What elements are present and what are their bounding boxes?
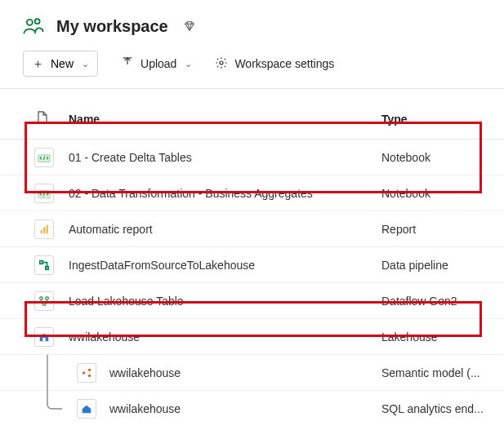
column-header-type[interactable]: Type bbox=[381, 113, 504, 126]
chevron-down-icon: ⌄ bbox=[185, 59, 192, 69]
svg-point-16 bbox=[87, 374, 91, 377]
workspace-title: My workspace bbox=[56, 17, 168, 36]
upload-button[interactable]: Upload ⌄ bbox=[121, 56, 192, 72]
column-header-artifact-icon bbox=[0, 111, 69, 126]
lakehouse-icon bbox=[34, 327, 54, 347]
item-name: wwilakehouse bbox=[109, 402, 381, 415]
svg-rect-7 bbox=[47, 224, 48, 233]
table-row[interactable]: IngestDataFromSourceToLakehouse Data pip… bbox=[0, 247, 504, 283]
gear-icon bbox=[215, 56, 228, 72]
svg-point-1 bbox=[35, 19, 40, 24]
item-name: wwilakehouse bbox=[109, 366, 381, 379]
upload-icon bbox=[121, 56, 134, 72]
table-row[interactable]: 02 - Data Transformation - Business Aggr… bbox=[0, 175, 504, 211]
item-name: wwilakehouse bbox=[69, 330, 381, 344]
premium-diamond-icon bbox=[183, 20, 196, 33]
svg-rect-13 bbox=[42, 337, 46, 340]
column-header-name[interactable]: Name bbox=[69, 113, 381, 126]
table-row[interactable]: Load Lakehouse Table Dataflow Gen2 bbox=[0, 283, 504, 319]
item-name: IngestDataFromSourceToLakehouse bbox=[69, 259, 381, 272]
svg-point-0 bbox=[27, 20, 33, 25]
item-name: Load Lakehouse Table bbox=[69, 295, 381, 308]
svg-rect-5 bbox=[41, 229, 42, 233]
item-type: Semantic model (... bbox=[381, 366, 504, 379]
svg-point-11 bbox=[46, 296, 49, 299]
table-row[interactable]: wwilakehouse Lakehouse bbox=[0, 319, 504, 355]
new-button-label: New bbox=[51, 57, 74, 70]
new-button[interactable]: ＋ New ⌄ bbox=[23, 51, 98, 77]
svg-point-14 bbox=[82, 371, 85, 375]
upload-label: Upload bbox=[140, 57, 176, 70]
report-icon bbox=[34, 219, 54, 239]
notebook-icon bbox=[34, 184, 54, 203]
svg-rect-8 bbox=[40, 260, 43, 264]
table-row[interactable]: wwilakehouse SQL analytics end... bbox=[0, 391, 504, 427]
dataflow-icon bbox=[34, 291, 54, 311]
item-type: SQL analytics end... bbox=[381, 402, 504, 415]
workspace-people-icon bbox=[22, 15, 45, 38]
item-name: 01 - Create Delta Tables bbox=[69, 151, 381, 164]
svg-point-2 bbox=[220, 61, 223, 64]
plus-icon: ＋ bbox=[32, 56, 44, 72]
table-row[interactable]: wwilakehouse Semantic model (... bbox=[0, 355, 504, 391]
table-row[interactable]: Automatic report Report bbox=[0, 211, 504, 247]
tree-connector bbox=[42, 355, 64, 427]
item-name: Automatic report bbox=[69, 223, 381, 236]
settings-label: Workspace settings bbox=[234, 57, 334, 70]
svg-rect-6 bbox=[43, 227, 45, 233]
sql-endpoint-icon bbox=[77, 399, 96, 419]
item-type: Report bbox=[381, 223, 504, 236]
svg-point-10 bbox=[40, 296, 43, 299]
pipeline-icon bbox=[34, 255, 54, 275]
table-row[interactable]: 01 - Create Delta Tables Notebook bbox=[0, 140, 504, 175]
notebook-icon bbox=[34, 148, 54, 167]
workspace-settings-button[interactable]: Workspace settings bbox=[215, 56, 334, 72]
svg-point-12 bbox=[42, 302, 46, 305]
item-type: Data pipeline bbox=[381, 259, 504, 272]
semantic-model-icon bbox=[77, 363, 96, 383]
item-type: Lakehouse bbox=[381, 330, 504, 344]
item-type: Notebook bbox=[381, 151, 504, 164]
chevron-down-icon: ⌄ bbox=[82, 59, 89, 69]
svg-point-15 bbox=[87, 368, 91, 371]
item-type: Dataflow Gen2 bbox=[381, 295, 504, 308]
item-name: 02 - Data Transformation - Business Aggr… bbox=[69, 187, 381, 200]
item-type: Notebook bbox=[381, 187, 504, 200]
